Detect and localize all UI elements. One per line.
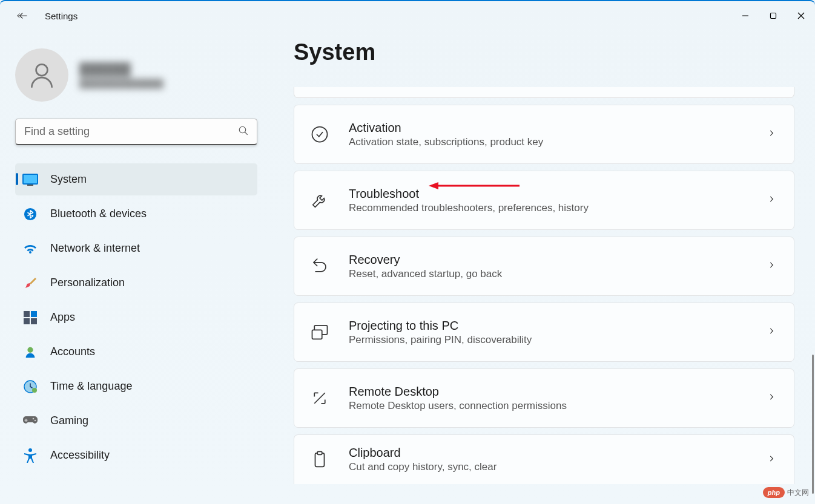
sidebar-item-apps[interactable]: Apps <box>15 301 257 333</box>
user-info: ██████ ██████████████ <box>79 62 163 88</box>
card-title: Projecting to this PC <box>349 319 748 333</box>
svg-line-6 <box>245 132 248 135</box>
user-placeholder-icon <box>27 60 57 90</box>
brush-icon <box>22 275 38 291</box>
sidebar-item-label: Personalization <box>50 277 125 289</box>
svg-rect-12 <box>31 311 37 317</box>
card-desc: Cut and copy history, sync, clear <box>349 461 748 473</box>
minimize-button[interactable] <box>731 6 759 25</box>
check-circle-icon <box>310 125 329 144</box>
sidebar-item-label: Network & internet <box>50 242 140 255</box>
svg-rect-14 <box>31 318 37 324</box>
clipboard-icon <box>310 450 329 470</box>
nav-list: System Bluetooth & devices Network & int… <box>15 163 257 471</box>
card-title: Recovery <box>349 253 748 267</box>
card-recovery[interactable]: Recovery Reset, advanced startup, go bac… <box>294 237 794 296</box>
maximize-button[interactable] <box>759 6 787 25</box>
watermark: php 中文网 <box>763 487 809 498</box>
svg-point-19 <box>35 419 36 421</box>
bluetooth-icon <box>22 206 38 222</box>
sidebar-item-label: Bluetooth & devices <box>50 208 147 220</box>
card-activation[interactable]: Activation Activation state, subscriptio… <box>294 105 794 164</box>
clock-icon <box>22 379 38 394</box>
svg-rect-25 <box>312 330 322 339</box>
settings-list: Activation Activation state, subscriptio… <box>294 87 798 484</box>
chevron-right-icon <box>767 261 778 272</box>
close-icon <box>797 12 805 19</box>
sidebar-item-accounts[interactable]: Accounts <box>15 336 257 368</box>
person-icon <box>22 344 38 360</box>
close-button[interactable] <box>787 6 815 25</box>
svg-rect-9 <box>27 185 33 186</box>
svg-rect-13 <box>24 318 30 324</box>
svg-point-18 <box>33 417 35 419</box>
back-button[interactable] <box>16 10 28 22</box>
sidebar-item-label: Accessibility <box>50 449 110 462</box>
user-section[interactable]: ██████ ██████████████ <box>15 48 257 102</box>
svg-rect-27 <box>317 451 322 454</box>
svg-rect-1 <box>771 13 776 19</box>
card-desc: Permissions, pairing PIN, discoverabilit… <box>349 334 748 346</box>
page-title: System <box>294 39 798 65</box>
wifi-icon <box>22 241 38 257</box>
sidebar-item-label: Gaming <box>50 414 88 427</box>
svg-point-4 <box>36 64 48 76</box>
sidebar-item-accessibility[interactable]: Accessibility <box>15 439 257 471</box>
card-desc: Reset, advanced startup, go back <box>349 268 748 280</box>
card-title: Troubleshoot <box>349 187 748 201</box>
sidebar-item-label: Time & language <box>50 380 132 393</box>
card-title: Clipboard <box>349 446 748 460</box>
sidebar-item-system[interactable]: System <box>15 163 257 195</box>
search-icon[interactable] <box>238 125 249 139</box>
card-title: Remote Desktop <box>349 385 748 399</box>
watermark-pill: php <box>763 487 785 498</box>
card-troubleshoot[interactable]: Troubleshoot Recommended troubleshooters… <box>294 171 794 230</box>
sidebar-item-network[interactable]: Network & internet <box>15 232 257 264</box>
svg-rect-11 <box>24 311 30 317</box>
minimize-icon <box>742 12 749 19</box>
sidebar-item-label: System <box>50 173 87 186</box>
titlebar: Settings <box>0 1 815 30</box>
card-partial-top[interactable] <box>294 87 794 98</box>
sidebar-item-gaming[interactable]: Gaming <box>15 405 257 437</box>
user-name: ██████ <box>79 62 163 76</box>
chevron-right-icon <box>767 129 778 140</box>
recovery-icon <box>310 257 329 276</box>
user-email: ██████████████ <box>79 79 163 88</box>
sidebar-item-label: Accounts <box>50 345 95 358</box>
scrollbar[interactable] <box>812 355 814 494</box>
accessibility-icon <box>22 448 38 463</box>
remote-icon <box>310 388 329 408</box>
card-desc: Recommended troubleshooters, preferences… <box>349 202 748 214</box>
chevron-right-icon <box>767 195 778 206</box>
card-clipboard[interactable]: Clipboard Cut and copy history, sync, cl… <box>294 434 794 484</box>
sidebar-item-personalization[interactable]: Personalization <box>15 267 257 299</box>
chevron-right-icon <box>767 393 778 404</box>
apps-icon <box>22 310 38 326</box>
sidebar-item-time[interactable]: Time & language <box>15 370 257 402</box>
svg-point-5 <box>239 126 246 133</box>
app-title: Settings <box>45 11 78 21</box>
card-desc: Remote Desktop users, connection permiss… <box>349 400 748 412</box>
maximize-icon <box>770 12 777 19</box>
content-area: System Activation Activation state, subs… <box>257 30 815 504</box>
card-projecting[interactable]: Projecting to this PC Permissions, pairi… <box>294 303 794 362</box>
sidebar-item-label: Apps <box>50 311 75 324</box>
svg-rect-8 <box>24 175 37 183</box>
wrench-icon <box>310 191 329 210</box>
avatar <box>15 48 68 102</box>
search-input[interactable] <box>15 119 257 145</box>
sidebar-item-bluetooth[interactable]: Bluetooth & devices <box>15 198 257 230</box>
display-icon <box>22 172 38 188</box>
svg-point-20 <box>28 448 32 452</box>
project-icon <box>310 322 329 342</box>
watermark-text: 中文网 <box>787 488 809 498</box>
card-desc: Activation state, subscriptions, product… <box>349 136 748 148</box>
chevron-right-icon <box>767 327 778 338</box>
window-controls <box>731 6 815 25</box>
svg-point-21 <box>312 127 328 142</box>
card-remote[interactable]: Remote Desktop Remote Desktop users, con… <box>294 368 794 428</box>
card-title: Activation <box>349 121 748 135</box>
sidebar: ██████ ██████████████ System Bluetoo <box>0 30 257 504</box>
gamepad-icon <box>22 413 38 429</box>
